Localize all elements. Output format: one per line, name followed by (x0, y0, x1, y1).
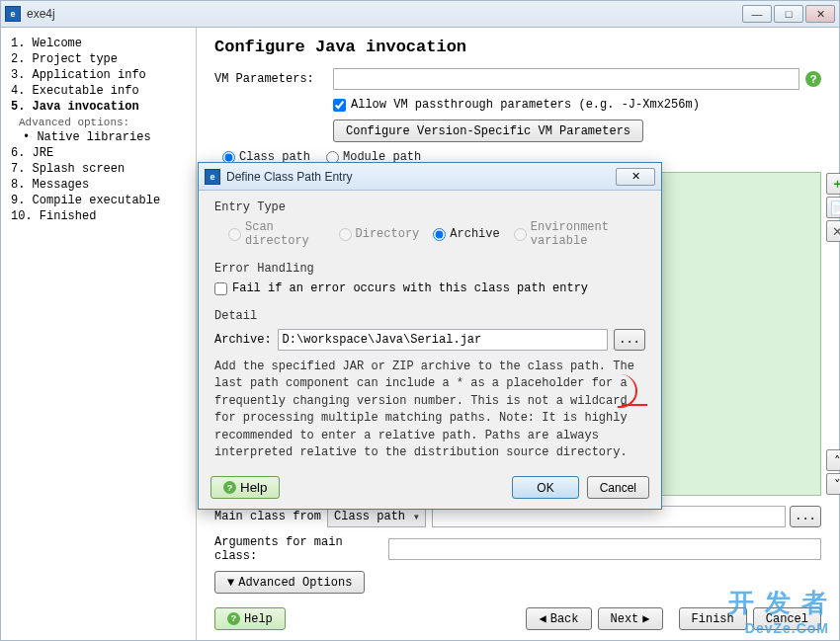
envvar-label: Environment variable (531, 220, 645, 248)
help-icon[interactable]: ? (805, 71, 821, 87)
directory-radio (339, 228, 352, 241)
detail-help-text: Add the specified JAR or ZIP archive to … (214, 359, 645, 461)
adv-native-libraries[interactable]: Native libraries (1, 129, 196, 145)
step-messages[interactable]: 8. Messages (1, 177, 196, 193)
dev-watermark: 开 发 者 DevZe.CoM (728, 586, 829, 636)
main-class-label: Main class from (214, 510, 321, 523)
args-input[interactable] (388, 538, 821, 560)
browse-archive-button[interactable]: ... (614, 329, 645, 351)
scan-dir-label: Scan directory (245, 220, 325, 248)
archive-radio-label: Archive (450, 227, 499, 241)
step-java-invocation[interactable]: 5. Java invocation (1, 99, 196, 115)
allow-passthrough-label: Allow VM passthrough parameters (e.g. -J… (351, 98, 700, 112)
remove-entry-button[interactable]: ✕ (826, 220, 840, 242)
move-down-button[interactable]: ˅ (826, 473, 840, 495)
advanced-options-label: Advanced options: (1, 115, 196, 129)
vm-params-input[interactable] (333, 68, 799, 90)
back-button[interactable]: ◀ Back (526, 607, 591, 630)
envvar-radio (514, 228, 527, 241)
dialog-icon: e (205, 169, 220, 185)
allow-passthrough-checkbox[interactable] (333, 99, 346, 112)
window-titlebar: e exe4j — □ ✕ (0, 0, 840, 28)
close-button[interactable]: ✕ (805, 5, 835, 23)
page-title: Configure Java invocation (214, 38, 821, 56)
step-exec-info[interactable]: 4. Executable info (1, 83, 196, 99)
dialog-help-button[interactable]: Help (210, 476, 280, 499)
dialog-close-button[interactable]: ✕ (616, 168, 655, 186)
step-welcome[interactable]: 1. Welcome (1, 36, 196, 51)
edit-entry-button[interactable]: 📄 (826, 197, 840, 218)
dialog-ok-button[interactable]: OK (512, 476, 578, 499)
directory-label: Directory (356, 227, 420, 241)
maximize-button[interactable]: □ (774, 5, 803, 23)
annotation-tail (622, 404, 647, 406)
step-finished[interactable]: 10. Finished (1, 208, 196, 224)
error-handling-label: Error Handling (214, 262, 645, 276)
step-app-info[interactable]: 3. Application info (1, 67, 196, 83)
window-buttons: — □ ✕ (740, 5, 835, 23)
define-classpath-dialog: e Define Class Path Entry ✕ Entry Type S… (198, 162, 662, 510)
step-compile[interactable]: 9. Compile executable (1, 193, 196, 208)
wizard-sidebar: 1. Welcome 2. Project type 3. Applicatio… (1, 28, 197, 640)
configure-vm-button[interactable]: Configure Version-Specific VM Parameters (333, 120, 643, 142)
dialog-cancel-button[interactable]: Cancel (587, 476, 649, 499)
fail-on-error-label: Fail if an error occurs with this class … (232, 281, 588, 295)
help-button[interactable]: Help (214, 607, 286, 630)
entry-type-label: Entry Type (214, 200, 645, 214)
move-up-button[interactable]: ˄ (826, 449, 840, 471)
detail-label: Detail (214, 309, 645, 323)
window-title: exe4j (27, 7, 740, 21)
dialog-title: Define Class Path Entry (226, 170, 616, 184)
archive-radio[interactable] (433, 228, 446, 241)
archive-field-label: Archive: (214, 333, 272, 347)
add-entry-button[interactable]: ＋ (826, 173, 840, 195)
step-splash[interactable]: 7. Splash screen (1, 161, 196, 177)
step-project-type[interactable]: 2. Project type (1, 51, 196, 67)
fail-on-error-checkbox[interactable] (214, 282, 227, 295)
minimize-button[interactable]: — (742, 5, 772, 23)
advanced-options-button[interactable]: ▼ Advanced Options (214, 571, 365, 594)
browse-main-class-button[interactable]: ... (790, 506, 821, 527)
vm-params-label: VM Parameters: (214, 72, 333, 86)
app-icon: e (5, 6, 21, 22)
step-jre[interactable]: 6. JRE (1, 145, 196, 161)
next-button[interactable]: Next ▶ (598, 607, 663, 630)
archive-path-input[interactable] (278, 329, 608, 351)
args-label: Arguments for main class: (214, 535, 388, 563)
scan-dir-radio (228, 228, 241, 241)
